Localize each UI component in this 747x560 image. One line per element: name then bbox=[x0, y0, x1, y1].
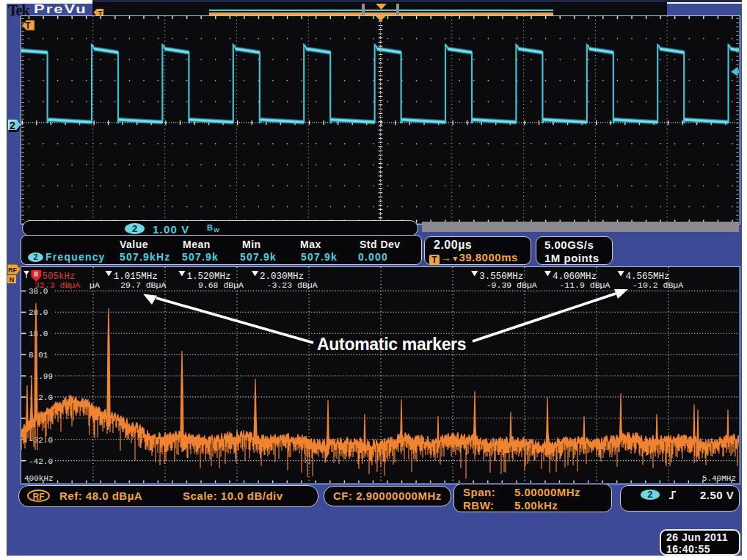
svg-text:T: T bbox=[25, 21, 31, 31]
svg-text:29.7 dBµA: 29.7 dBµA bbox=[120, 280, 166, 290]
svg-text:-3.23 dBµA: -3.23 dBµA bbox=[267, 280, 318, 290]
svg-text:400kHz: 400kHz bbox=[24, 474, 54, 483]
svg-text:-1.99: -1.99 bbox=[29, 372, 53, 381]
svg-text:18.0: 18.0 bbox=[29, 330, 48, 338]
svg-text:N: N bbox=[10, 276, 15, 283]
svg-text:8.01: 8.01 bbox=[29, 351, 48, 360]
svg-text:Automatic markers: Automatic markers bbox=[317, 335, 466, 354]
svg-text:5.40MHz: 5.40MHz bbox=[702, 474, 736, 483]
svg-text:-9.39 dBµA: -9.39 dBµA bbox=[487, 280, 537, 290]
svg-text:9.68 dBµA: 9.68 dBµA bbox=[198, 280, 244, 290]
svg-text:28.0: 28.0 bbox=[29, 308, 48, 317]
svg-text:R: R bbox=[34, 271, 38, 279]
svg-text:µA: µA bbox=[90, 280, 100, 290]
svg-text:RF: RF bbox=[8, 266, 17, 274]
svg-text:2: 2 bbox=[10, 119, 15, 131]
svg-text:-42.0: -42.0 bbox=[29, 457, 53, 466]
svg-text:-11.9 dBµA: -11.9 dBµA bbox=[559, 280, 610, 290]
svg-text:32.3 dBµA: 32.3 dBµA bbox=[34, 280, 80, 290]
svg-text:-10.2 dBµA: -10.2 dBµA bbox=[633, 280, 683, 290]
